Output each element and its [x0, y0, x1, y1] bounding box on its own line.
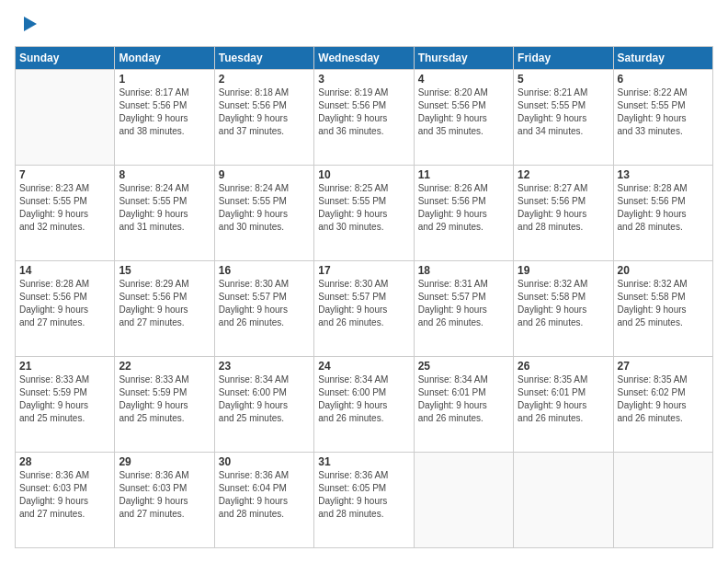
weekday-header-thursday: Thursday: [414, 47, 513, 70]
day-number: 22: [119, 360, 210, 373]
day-info: Sunrise: 8:30 AM Sunset: 5:57 PM Dayligh…: [219, 278, 310, 329]
day-number: 4: [418, 73, 509, 86]
day-info: Sunrise: 8:32 AM Sunset: 5:58 PM Dayligh…: [618, 278, 709, 329]
calendar-cell: 10Sunrise: 8:25 AM Sunset: 5:55 PM Dayli…: [314, 166, 414, 261]
day-info: Sunrise: 8:36 AM Sunset: 6:05 PM Dayligh…: [318, 469, 409, 521]
day-info: Sunrise: 8:32 AM Sunset: 5:58 PM Dayligh…: [518, 278, 609, 329]
day-number: 19: [518, 264, 609, 277]
calendar-cell: 16Sunrise: 8:30 AM Sunset: 5:57 PM Dayli…: [214, 261, 313, 357]
logo: [15, 15, 42, 37]
day-number: 31: [318, 455, 409, 468]
day-number: 18: [418, 264, 509, 277]
day-info: Sunrise: 8:23 AM Sunset: 5:55 PM Dayligh…: [19, 182, 110, 234]
day-info: Sunrise: 8:36 AM Sunset: 6:03 PM Dayligh…: [119, 469, 210, 521]
day-info: Sunrise: 8:28 AM Sunset: 5:56 PM Dayligh…: [19, 278, 110, 329]
calendar-week-row: 1Sunrise: 8:17 AM Sunset: 5:56 PM Daylig…: [16, 70, 713, 166]
day-number: 20: [618, 264, 709, 277]
day-info: Sunrise: 8:25 AM Sunset: 5:55 PM Dayligh…: [318, 182, 409, 234]
day-info: Sunrise: 8:36 AM Sunset: 6:04 PM Dayligh…: [219, 469, 310, 521]
calendar-cell: [613, 453, 712, 548]
day-number: 8: [119, 168, 210, 181]
calendar-cell: 13Sunrise: 8:28 AM Sunset: 5:56 PM Dayli…: [613, 166, 712, 261]
day-number: 25: [418, 360, 509, 373]
calendar-week-row: 28Sunrise: 8:36 AM Sunset: 6:03 PM Dayli…: [16, 453, 713, 548]
calendar-cell: [414, 453, 513, 548]
calendar-cell: 5Sunrise: 8:21 AM Sunset: 5:55 PM Daylig…: [514, 70, 613, 166]
svg-marker-0: [24, 17, 37, 31]
day-info: Sunrise: 8:34 AM Sunset: 6:01 PM Dayligh…: [418, 373, 509, 425]
day-info: Sunrise: 8:30 AM Sunset: 5:57 PM Dayligh…: [318, 278, 409, 329]
day-info: Sunrise: 8:19 AM Sunset: 5:56 PM Dayligh…: [318, 86, 409, 138]
day-number: 30: [219, 455, 310, 468]
day-number: 15: [119, 264, 210, 277]
day-info: Sunrise: 8:28 AM Sunset: 5:56 PM Dayligh…: [618, 182, 709, 234]
header: [15, 15, 713, 37]
calendar-table: SundayMondayTuesdayWednesdayThursdayFrid…: [15, 46, 713, 548]
day-info: Sunrise: 8:20 AM Sunset: 5:56 PM Dayligh…: [418, 86, 509, 138]
calendar-week-row: 21Sunrise: 8:33 AM Sunset: 5:59 PM Dayli…: [16, 357, 713, 453]
day-number: 14: [19, 264, 110, 277]
day-number: 11: [418, 168, 509, 181]
day-number: 29: [119, 455, 210, 468]
day-number: 12: [518, 168, 609, 181]
day-number: 9: [219, 168, 310, 181]
day-number: 27: [618, 360, 709, 373]
day-info: Sunrise: 8:27 AM Sunset: 5:56 PM Dayligh…: [518, 182, 609, 234]
day-number: 24: [318, 360, 409, 373]
calendar-cell: 28Sunrise: 8:36 AM Sunset: 6:03 PM Dayli…: [16, 453, 115, 548]
calendar-cell: 22Sunrise: 8:33 AM Sunset: 5:59 PM Dayli…: [115, 357, 214, 453]
calendar-cell: 7Sunrise: 8:23 AM Sunset: 5:55 PM Daylig…: [16, 166, 115, 261]
calendar-cell: 17Sunrise: 8:30 AM Sunset: 5:57 PM Dayli…: [314, 261, 414, 357]
day-info: Sunrise: 8:35 AM Sunset: 6:02 PM Dayligh…: [618, 373, 709, 425]
day-info: Sunrise: 8:22 AM Sunset: 5:55 PM Dayligh…: [618, 86, 709, 138]
day-info: Sunrise: 8:35 AM Sunset: 6:01 PM Dayligh…: [518, 373, 609, 425]
calendar-cell: 4Sunrise: 8:20 AM Sunset: 5:56 PM Daylig…: [414, 70, 513, 166]
calendar-cell: 27Sunrise: 8:35 AM Sunset: 6:02 PM Dayli…: [613, 357, 712, 453]
calendar-cell: 9Sunrise: 8:24 AM Sunset: 5:55 PM Daylig…: [214, 166, 313, 261]
calendar-cell: 2Sunrise: 8:18 AM Sunset: 5:56 PM Daylig…: [214, 70, 313, 166]
day-info: Sunrise: 8:29 AM Sunset: 5:56 PM Dayligh…: [119, 278, 210, 329]
day-number: 13: [618, 168, 709, 181]
calendar-cell: [514, 453, 613, 548]
calendar-cell: 19Sunrise: 8:32 AM Sunset: 5:58 PM Dayli…: [514, 261, 613, 357]
day-number: 3: [318, 73, 409, 86]
calendar-cell: 30Sunrise: 8:36 AM Sunset: 6:04 PM Dayli…: [214, 453, 313, 548]
day-number: 23: [219, 360, 310, 373]
calendar-cell: 23Sunrise: 8:34 AM Sunset: 6:00 PM Dayli…: [214, 357, 313, 453]
calendar-cell: 29Sunrise: 8:36 AM Sunset: 6:03 PM Dayli…: [115, 453, 214, 548]
day-info: Sunrise: 8:33 AM Sunset: 5:59 PM Dayligh…: [19, 373, 110, 425]
calendar-cell: 31Sunrise: 8:36 AM Sunset: 6:05 PM Dayli…: [314, 453, 414, 548]
weekday-header-friday: Friday: [514, 47, 613, 70]
day-number: 10: [318, 168, 409, 181]
day-info: Sunrise: 8:24 AM Sunset: 5:55 PM Dayligh…: [119, 182, 210, 234]
day-number: 7: [19, 168, 110, 181]
day-number: 16: [219, 264, 310, 277]
day-info: Sunrise: 8:26 AM Sunset: 5:56 PM Dayligh…: [418, 182, 509, 234]
calendar-cell: 21Sunrise: 8:33 AM Sunset: 5:59 PM Dayli…: [16, 357, 115, 453]
page: SundayMondayTuesdayWednesdayThursdayFrid…: [0, 0, 728, 563]
day-number: 28: [19, 455, 110, 468]
day-info: Sunrise: 8:31 AM Sunset: 5:57 PM Dayligh…: [418, 278, 509, 329]
calendar-cell: [16, 70, 115, 166]
calendar-cell: 14Sunrise: 8:28 AM Sunset: 5:56 PM Dayli…: [16, 261, 115, 357]
weekday-header-monday: Monday: [115, 47, 214, 70]
calendar-cell: 24Sunrise: 8:34 AM Sunset: 6:00 PM Dayli…: [314, 357, 414, 453]
day-number: 5: [518, 73, 609, 86]
calendar-cell: 12Sunrise: 8:27 AM Sunset: 5:56 PM Dayli…: [514, 166, 613, 261]
calendar-week-row: 14Sunrise: 8:28 AM Sunset: 5:56 PM Dayli…: [16, 261, 713, 357]
calendar-cell: 20Sunrise: 8:32 AM Sunset: 5:58 PM Dayli…: [613, 261, 712, 357]
calendar-cell: 18Sunrise: 8:31 AM Sunset: 5:57 PM Dayli…: [414, 261, 513, 357]
weekday-header-row: SundayMondayTuesdayWednesdayThursdayFrid…: [16, 47, 713, 70]
weekday-header-wednesday: Wednesday: [314, 47, 414, 70]
day-info: Sunrise: 8:18 AM Sunset: 5:56 PM Dayligh…: [219, 86, 310, 138]
calendar-cell: 1Sunrise: 8:17 AM Sunset: 5:56 PM Daylig…: [115, 70, 214, 166]
calendar-week-row: 7Sunrise: 8:23 AM Sunset: 5:55 PM Daylig…: [16, 166, 713, 261]
logo-icon: [17, 11, 42, 37]
day-info: Sunrise: 8:34 AM Sunset: 6:00 PM Dayligh…: [219, 373, 310, 425]
weekday-header-tuesday: Tuesday: [214, 47, 313, 70]
weekday-header-sunday: Sunday: [16, 47, 115, 70]
day-number: 21: [19, 360, 110, 373]
calendar-cell: 11Sunrise: 8:26 AM Sunset: 5:56 PM Dayli…: [414, 166, 513, 261]
day-number: 2: [219, 73, 310, 86]
day-info: Sunrise: 8:24 AM Sunset: 5:55 PM Dayligh…: [219, 182, 310, 234]
